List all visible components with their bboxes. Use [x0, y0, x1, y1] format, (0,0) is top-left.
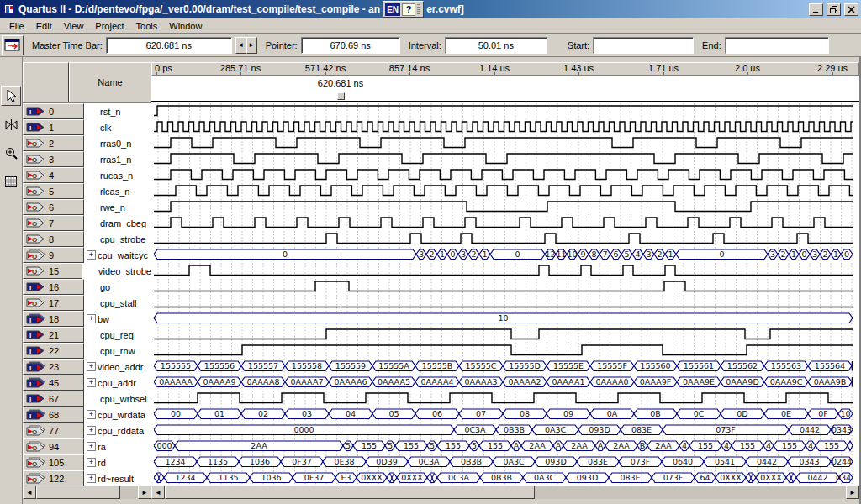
- signal-handle-video_strobe[interactable]: O15: [23, 263, 82, 279]
- signal-handle-bw[interactable]: I18: [23, 311, 84, 327]
- help-icon[interactable]: ?: [402, 3, 415, 16]
- waveform-bw[interactable]: 10: [154, 310, 859, 326]
- name-scroll-track[interactable]: [36, 486, 138, 499]
- signal-handle-rras1_n[interactable]: O3: [23, 151, 84, 167]
- signal-handle-rlcas_n[interactable]: O5: [23, 183, 84, 199]
- menu-item-view[interactable]: View: [58, 19, 90, 33]
- expand-button-cpu_waitcyc[interactable]: +: [87, 250, 96, 260]
- menu-item-window[interactable]: Window: [163, 19, 208, 33]
- expand-button-ra[interactable]: +: [87, 442, 96, 451]
- wave-scroll-track[interactable]: [165, 486, 846, 499]
- titlebar: Quartus II - D:/d/pentevo/fpga/_ver0.00/…: [0, 0, 861, 18]
- name-scroll-left-button[interactable]: ◄: [23, 486, 36, 499]
- cursor-handle[interactable]: [337, 92, 345, 100]
- waveform-rucas_n[interactable]: [154, 166, 859, 182]
- signal-handle-rd[interactable]: O105: [23, 454, 84, 470]
- master-time-increment-button[interactable]: ►: [246, 37, 257, 54]
- signal-handle-cpu_wrdata[interactable]: I68: [23, 407, 84, 423]
- expand-button-cpu_rddata[interactable]: +: [87, 426, 96, 435]
- signal-handle-cpu_rddata[interactable]: O77: [23, 423, 84, 438]
- master-time-bar-strip[interactable]: 620.681 ns: [151, 76, 859, 102]
- signal-handle-cpu_addr[interactable]: I45: [23, 375, 84, 391]
- menu-item-edit[interactable]: Edit: [30, 19, 58, 33]
- waveform-rows[interactable]: 0321032101211109876543210321032101015555…: [151, 102, 859, 486]
- waveform-rwe_n[interactable]: [154, 198, 859, 214]
- expand-button-cpu_addr[interactable]: +: [87, 378, 96, 387]
- expand-button-bw[interactable]: +: [87, 314, 96, 323]
- menu-item-tools[interactable]: Tools: [130, 19, 164, 33]
- signal-handle-cpu_wrbsel[interactable]: I67: [23, 391, 84, 407]
- language-badge[interactable]: EN: [385, 3, 400, 16]
- signal-handle-rd~result[interactable]: O122: [23, 470, 84, 486]
- waveform-ra[interactable]: 0002AA5155515551555155A2AAA2AAA2AAB2AA41…: [154, 438, 859, 454]
- signal-handle-ra[interactable]: O94: [23, 438, 84, 454]
- signal-name-label: ra: [98, 442, 106, 452]
- signal-handle-rst_n[interactable]: I0: [23, 103, 84, 119]
- signal-handle-cpu_strobe[interactable]: O8: [23, 231, 84, 247]
- expand-button-rd~result[interactable]: +: [87, 474, 96, 483]
- restore-button[interactable]: [827, 3, 841, 16]
- master-time-cursor-line[interactable]: [341, 100, 341, 486]
- waveform-cpu_rnw[interactable]: [154, 342, 859, 358]
- magnifier-icon: [4, 146, 18, 160]
- waveform-cpu_rddata[interactable]: 00000C3A0B3B0A3C093D083E073F04420343: [154, 422, 859, 438]
- signal-handle-clk[interactable]: I1: [23, 119, 84, 135]
- selection-tool-button[interactable]: [1, 86, 21, 106]
- menu-item-project[interactable]: Project: [89, 19, 129, 33]
- waveform-rlcas_n[interactable]: [154, 182, 859, 198]
- signal-handle-video_addr[interactable]: I23: [23, 359, 84, 375]
- time-ruler[interactable]: 0 ps285.71 ns571.42 ns857.14 ns1.14 us1.…: [151, 62, 859, 76]
- expand-button-cpu_wrdata[interactable]: +: [87, 410, 96, 419]
- menu-item-file[interactable]: File: [3, 19, 30, 33]
- start-field[interactable]: [593, 37, 694, 54]
- waveform-rras1_n[interactable]: [154, 150, 859, 166]
- waveform-cpu_stall[interactable]: [154, 294, 859, 310]
- signal-handle-cpu_req[interactable]: I21: [23, 327, 84, 343]
- waveform-edit-tool-button[interactable]: [1, 114, 21, 134]
- close-button[interactable]: [844, 3, 858, 16]
- signal-handle-rwe_n[interactable]: O6: [23, 199, 84, 215]
- signal-handle-cpu_waitcyc[interactable]: O9: [23, 247, 84, 263]
- master-time-bar-field[interactable]: 620.681 ns: [106, 37, 232, 54]
- signal-handle-cpu_rnw[interactable]: I22: [23, 343, 84, 359]
- expand-button-video_addr[interactable]: +: [87, 362, 96, 371]
- waveform-dram_cbeg[interactable]: [154, 214, 859, 230]
- signal-handle-rucas_n[interactable]: O4: [23, 167, 84, 183]
- wave-scroll-thumb[interactable]: [165, 486, 535, 499]
- svg-text:2: 2: [471, 249, 476, 259]
- waveform-cpu_wrbsel[interactable]: [154, 390, 859, 406]
- wave-scroll-left-button[interactable]: ◄: [151, 486, 165, 499]
- waveform-cpu_addr[interactable]: 0AAAAA0AAAA90AAAA80AAAA70AAAA60AAAA50AAA…: [154, 374, 859, 390]
- svg-text:1135: 1135: [208, 457, 228, 466]
- end-field[interactable]: [725, 37, 829, 54]
- waveform-rras0_n[interactable]: [154, 134, 859, 150]
- waveform-video_strobe[interactable]: [154, 262, 859, 278]
- waveform-cpu_strobe[interactable]: [154, 230, 859, 246]
- waveform-go[interactable]: [154, 278, 859, 294]
- waveform-rst_n[interactable]: [154, 102, 859, 118]
- language-bar[interactable]: EN ?: [383, 1, 424, 18]
- expand-button-rd[interactable]: +: [87, 458, 96, 467]
- signal-handle-rras0_n[interactable]: O2: [23, 135, 84, 151]
- name-scroll-right-button[interactable]: ►: [138, 486, 151, 499]
- signal-handle-go[interactable]: I16: [23, 279, 84, 295]
- full-screen-tool-button[interactable]: [1, 171, 21, 192]
- minimize-button[interactable]: [809, 3, 823, 16]
- signal-handle-dram_cbeg[interactable]: O7: [23, 215, 84, 231]
- waveform-video_addr[interactable]: 15555515555615555715555815555915555A1555…: [154, 358, 859, 374]
- name-panel-hscrollbar[interactable]: ◄ ►: [23, 486, 151, 499]
- name-scroll-thumb[interactable]: [36, 486, 120, 499]
- zoom-tool-button[interactable]: [1, 143, 21, 163]
- waveform-rd~result[interactable]: 1234113510360F37E30XXX0XXX0C3A0B3B0A3C09…: [154, 470, 859, 486]
- master-time-decrement-button[interactable]: ◄: [235, 37, 246, 54]
- waveform-cpu_req[interactable]: [154, 326, 859, 342]
- waveform-clk[interactable]: [154, 118, 859, 134]
- waveform-cpu_waitcyc[interactable]: 032103210121110987654321032103210: [154, 246, 859, 262]
- signal-handle-cpu_stall[interactable]: O17: [23, 295, 84, 311]
- wave-scroll-right-button[interactable]: ►: [846, 486, 859, 499]
- langbar-grip-icon[interactable]: [417, 3, 421, 15]
- waveform-window-button[interactable]: [2, 35, 24, 55]
- wave-hscrollbar[interactable]: ◄ ►: [151, 486, 859, 499]
- waveform-rd[interactable]: 1234113510360F370E380D390C3A0B3B0A3C093D…: [154, 454, 859, 470]
- waveform-cpu_wrdata[interactable]: 000102030405060708090A0B0C0D0E0F10: [154, 406, 859, 422]
